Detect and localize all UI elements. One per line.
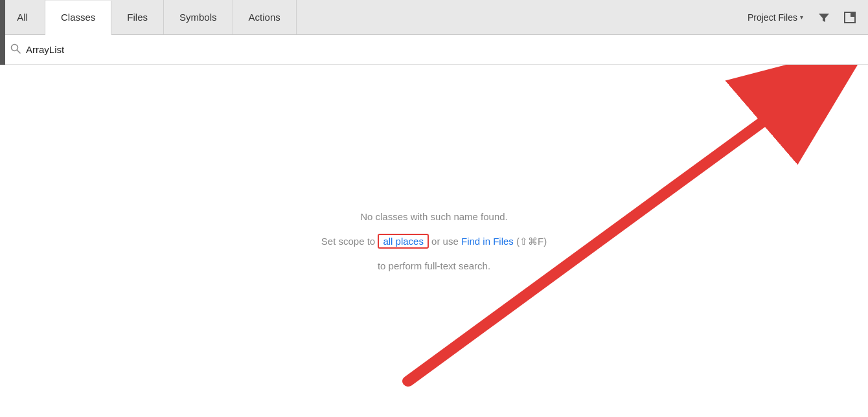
scope-label: Project Files <box>748 12 797 23</box>
filter-button[interactable] <box>814 7 834 28</box>
all-places-link[interactable]: all places <box>378 234 429 249</box>
preview-icon <box>844 12 856 23</box>
full-text-suggestion: to perform full-text search. <box>378 260 490 271</box>
main-container: All Classes Files Symbols Actions Projec… <box>0 0 868 417</box>
scope-dropdown[interactable]: Project Files ▾ <box>742 10 808 25</box>
preview-button[interactable] <box>839 7 860 28</box>
tab-classes[interactable]: Classes <box>45 1 111 35</box>
search-input[interactable] <box>26 44 858 55</box>
tab-all[interactable]: All <box>0 0 45 34</box>
tab-symbols[interactable]: Symbols <box>164 0 233 34</box>
search-icon <box>10 43 21 56</box>
filter-icon <box>819 12 829 23</box>
shortcut-text: (⇧⌘F) <box>514 236 547 247</box>
chevron-down-icon: ▾ <box>800 14 803 21</box>
find-in-files-link[interactable]: Find in Files <box>461 236 514 247</box>
svg-rect-2 <box>851 12 855 17</box>
content-area: No classes with such name found. Set sco… <box>0 65 868 417</box>
no-results-text: No classes with such name found. <box>360 211 508 222</box>
search-bar <box>0 35 868 65</box>
toolbar-right: Project Files ▾ <box>735 0 868 34</box>
tab-files[interactable]: Files <box>111 0 164 34</box>
tab-bar: All Classes Files Symbols Actions Projec… <box>0 0 868 35</box>
svg-line-4 <box>17 50 21 53</box>
tab-actions[interactable]: Actions <box>233 0 297 34</box>
no-results-container: No classes with such name found. Set sco… <box>321 211 547 271</box>
scope-suggestion: Set scope to all places or use Find in F… <box>321 232 547 250</box>
scope-text-before: Set scope to <box>321 236 378 247</box>
tab-spacer <box>297 0 735 34</box>
scope-text-middle: or use <box>429 236 461 247</box>
svg-marker-0 <box>819 14 829 22</box>
